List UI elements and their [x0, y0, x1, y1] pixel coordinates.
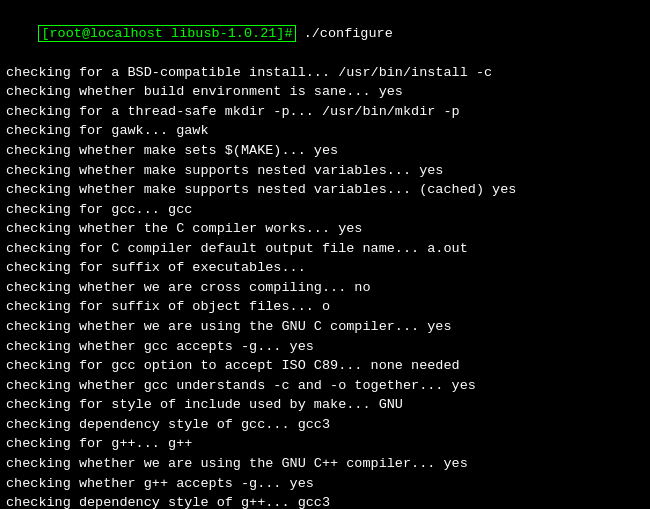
terminal-output-line: checking for gcc option to accept ISO C8…	[6, 356, 644, 376]
terminal-output-line: checking whether g++ accepts -g... yes	[6, 474, 644, 494]
prompt-box: [root@localhost libusb-1.0.21]#	[38, 25, 295, 42]
terminal-output-line: checking whether gcc understands -c and …	[6, 376, 644, 396]
terminal-output-line: checking for a BSD-compatible install...…	[6, 63, 644, 83]
terminal-output-line: checking for a thread-safe mkdir -p... /…	[6, 102, 644, 122]
output-area: checking for a BSD-compatible install...…	[6, 63, 644, 509]
terminal-window: [root@localhost libusb-1.0.21]# ./config…	[0, 0, 650, 509]
terminal-output-line: checking for suffix of executables...	[6, 258, 644, 278]
terminal-output-line: checking for gawk... gawk	[6, 121, 644, 141]
terminal-output-line: checking whether we are cross compiling.…	[6, 278, 644, 298]
prompt-command: ./configure	[296, 26, 393, 41]
terminal-output-line: checking whether make supports nested va…	[6, 180, 644, 200]
terminal-output-line: checking whether gcc accepts -g... yes	[6, 337, 644, 357]
terminal-output-line: checking whether make supports nested va…	[6, 161, 644, 181]
terminal-output-line: checking for style of include used by ma…	[6, 395, 644, 415]
terminal-output-line: checking dependency style of gcc... gcc3	[6, 415, 644, 435]
terminal-output-line: checking whether build environment is sa…	[6, 82, 644, 102]
terminal-output-line: checking whether we are using the GNU C …	[6, 317, 644, 337]
terminal-output-line: checking for gcc... gcc	[6, 200, 644, 220]
terminal-output-line: checking for suffix of object files... o	[6, 297, 644, 317]
terminal-output-line: checking whether we are using the GNU C+…	[6, 454, 644, 474]
terminal-output-line: checking for g++... g++	[6, 434, 644, 454]
prompt-line: [root@localhost libusb-1.0.21]# ./config…	[6, 4, 644, 63]
terminal-output-line: checking for C compiler default output f…	[6, 239, 644, 259]
terminal-output-line: checking whether make sets $(MAKE)... ye…	[6, 141, 644, 161]
terminal-output-line: checking dependency style of g++... gcc3	[6, 493, 644, 509]
terminal-output-line: checking whether the C compiler works...…	[6, 219, 644, 239]
